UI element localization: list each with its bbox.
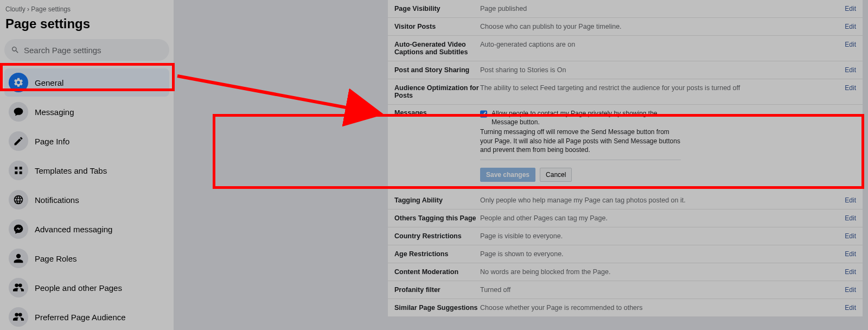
sidebar-item-label: Page Info [35,137,69,146]
settings-row-value: Auto-generated captions are on [480,41,839,48]
search-placeholder: Search Page settings [24,46,101,55]
settings-row-label: Others Tagging this Page [394,214,480,222]
edit-link[interactable]: Edit [839,196,856,204]
settings-row-label: Visitor Posts [394,23,480,30]
sidebar-item-page-roles[interactable]: Page Roles [4,244,169,272]
save-changes-button[interactable]: Save changes [480,168,535,182]
settings-row-value: The ability to select Feed targeting and… [480,84,839,92]
edit-link[interactable]: Edit [839,232,856,240]
search-input[interactable]: Search Page settings [4,39,169,61]
settings-row-value: No words are being blocked from the Page… [480,268,839,276]
sidebar: Cloutly › Page settings Page settings Se… [0,0,174,330]
cancel-button[interactable]: Cancel [540,168,572,182]
sidebar-item-preferred-page-audience[interactable]: Preferred Page Audience [4,303,169,330]
grid-icon [9,161,28,180]
settings-row-value: Turned off [480,286,839,294]
sidebar-item-label: Messaging [35,107,74,117]
settings-row: Age RestrictionsPage is shown to everyon… [388,245,863,263]
edit-link[interactable]: Edit [839,286,856,294]
user-icon [9,249,28,268]
settings-row: Others Tagging this PagePeople and other… [388,209,863,227]
settings-row-label: Similar Page Suggestions [394,304,480,312]
edit-link[interactable]: Edit [839,84,856,92]
edit-link[interactable]: Edit [839,41,856,48]
settings-table: Page VisibilityPage publishedEditVisitor… [388,0,863,316]
pencil-icon [9,131,28,151]
sidebar-item-advanced-messaging[interactable]: Advanced messaging [4,215,169,243]
settings-row: Auto-Generated Video Captions and Subtit… [388,35,863,61]
sidebar-item-templates-and-tabs[interactable]: Templates and Tabs [4,156,169,185]
breadcrumb: Cloutly › Page settings [0,0,174,14]
sidebar-item-label: General [35,78,63,87]
edit-link[interactable]: Edit [839,268,856,276]
sidebar-item-label: Advanced messaging [35,225,112,234]
settings-row-value: Choose whether your Page is recommended … [480,304,839,312]
messages-description: Turning messaging off will remove the Se… [480,128,681,154]
settings-row-value: Page published [480,5,839,12]
settings-row: Country RestrictionsPage is visible to e… [388,227,863,245]
edit-link[interactable]: Edit [839,66,856,74]
settings-row: Visitor PostsChoose who can publish to y… [388,17,863,35]
chat-bubble-icon [9,102,28,122]
sidebar-item-label: Preferred Page Audience [35,313,126,322]
settings-row: Page VisibilityPage publishedEdit [388,0,863,17]
search-icon [11,46,20,54]
settings-row-value: Only people who help manage my Page can … [480,196,839,204]
messages-checkbox[interactable] [480,110,487,118]
edit-link[interactable]: Edit [839,5,856,12]
nav-list: GeneralMessagingPage InfoTemplates and T… [0,66,174,330]
gear-icon [9,73,28,92]
settings-row-label: Country Restrictions [394,232,480,240]
settings-row-value: Page is shown to everyone. [480,250,839,258]
sidebar-item-page-info[interactable]: Page Info [4,127,169,155]
settings-row-label: Content Moderation [394,268,480,276]
edit-link[interactable]: Edit [839,214,856,222]
sidebar-item-general[interactable]: General [4,68,169,97]
settings-row-label: Auto-Generated Video Captions and Subtit… [394,41,480,56]
settings-row-value: People and other Pages can tag my Page. [480,214,839,222]
settings-row: Post and Story SharingPost sharing to St… [388,61,863,79]
users-icon [9,307,28,327]
settings-row-label: Tagging Ability [394,196,480,204]
settings-row: Content ModerationNo words are being blo… [388,263,863,281]
settings-row-value: Page is visible to everyone. [480,232,839,240]
content-area: Page VisibilityPage publishedEditVisitor… [174,0,868,330]
edit-link[interactable]: Edit [839,23,856,30]
sidebar-item-label: People and other Pages [35,283,122,293]
settings-row-label: Page Visibility [394,5,480,12]
settings-row: Similar Page SuggestionsChoose whether y… [388,299,863,316]
page-title: Page settings [0,14,174,39]
sidebar-item-label: Notifications [35,195,79,205]
settings-row-value: Choose who can publish to your Page time… [480,23,839,30]
settings-row-label: Audience Optimization for Posts [394,84,480,99]
edit-link[interactable]: Edit [839,250,856,258]
settings-row: Tagging AbilityOnly people who help mana… [388,192,863,209]
messages-checkbox-label: Allow people to contact my Page privatel… [492,109,681,126]
settings-row-label: Age Restrictions [394,250,480,258]
sidebar-item-label: Page Roles [35,254,77,263]
settings-row-value: Post sharing to Stories is On [480,66,839,74]
sidebar-item-people-and-other-pages[interactable]: People and other Pages [4,274,169,302]
edit-link[interactable]: Edit [839,304,856,312]
sidebar-item-notifications[interactable]: Notifications [4,186,169,214]
divider [480,160,681,160]
messages-section: Messages Allow people to contact my Page… [388,104,863,192]
globe-icon [9,190,28,210]
settings-row-label: Post and Story Sharing [394,66,480,74]
messages-label: Messages [394,109,480,182]
settings-row: Profanity filterTurned offEdit [388,281,863,299]
settings-row: Audience Optimization for PostsThe abili… [388,79,863,104]
sidebar-item-label: Templates and Tabs [35,166,107,175]
messenger-icon [9,219,28,239]
users-icon [9,278,28,297]
settings-row-label: Profanity filter [394,286,480,294]
sidebar-item-messaging[interactable]: Messaging [4,98,169,126]
